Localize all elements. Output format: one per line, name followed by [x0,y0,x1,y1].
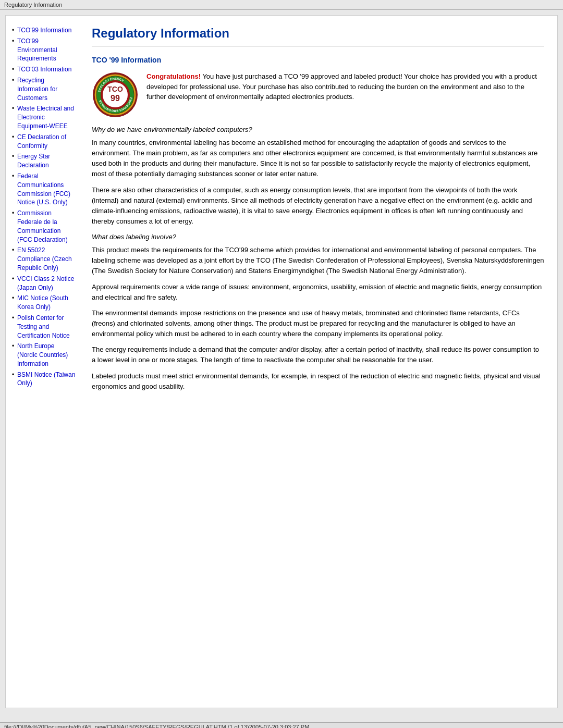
tco-intro-text: Congratulations! You have just purchased… [146,71,544,118]
sidebar-item-ce-declaration[interactable]: CE Declaration of Conformity [12,133,76,151]
paragraph4: Approval requirements cover a wide range… [92,282,544,303]
tco-intro-block: TCO 99 ECOLOGY ENERGY EMISSIONS ERGON [92,71,544,118]
sidebar-link-ce-declaration[interactable]: CE Declaration of Conformity [17,133,66,150]
paragraph7: Labeled products must meet strict enviro… [92,371,544,392]
sidebar-item-recycling[interactable]: Recycling Information for Customers [12,76,76,102]
sidebar-item-tco03-info[interactable]: TCO'03 Information [12,65,76,74]
sidebar-item-vcci[interactable]: VCCI Class 2 Notice (Japan Only) [12,275,76,292]
sidebar-link-tco99-env[interactable]: TCO'99 Environmental Requirements [17,38,57,63]
sidebar-link-fcc-declaration[interactable]: Commission Federale de la Communication … [17,209,68,243]
heading2: What does labeling involve? [92,233,544,241]
sidebar-link-fcc-notice[interactable]: Federal Communications Commission (FCC) … [17,172,70,206]
sidebar-nav: TCO'99 InformationTCO'99 Environmental R… [12,26,76,388]
sidebar-link-energy-star[interactable]: Energy Star Declaration [17,153,50,169]
heading1: Why do we have environmentally labeled c… [92,126,544,133]
sidebar-link-tco03-info[interactable]: TCO'03 Information [17,66,71,73]
paragraph5: The environmental demands impose restric… [92,308,544,339]
sidebar-link-vcci[interactable]: VCCI Class 2 Notice (Japan Only) [17,275,74,291]
browser-title-bar: Regulatory Information [0,0,563,10]
sidebar-item-tco99-info[interactable]: TCO'99 Information [12,26,76,35]
intro-text: You have just purchased a TCO '99 approv… [146,72,537,101]
paragraph3: This product meets the requirements for … [92,245,544,276]
sidebar-link-bsmi-notice[interactable]: BSMI Notice (Taiwan Only) [17,371,75,387]
status-bar: file:///D|/My%20Documents/dfu/A5_new/CHI… [0,722,563,728]
tco-logo: TCO 99 ECOLOGY ENERGY EMISSIONS ERGON [92,71,139,118]
sidebar-link-polish-center[interactable]: Polish Center for Testing and Certificat… [17,314,70,339]
sidebar-item-en55022[interactable]: EN 55022 Compliance (Czech Republic Only… [12,246,76,272]
sidebar-link-tco99-info[interactable]: TCO'99 Information [17,27,71,34]
congrats-label: Congratulations! [146,72,201,80]
sidebar-item-polish-center[interactable]: Polish Center for Testing and Certificat… [12,314,76,340]
sidebar-item-tco99-env[interactable]: TCO'99 Environmental Requirements [12,37,76,63]
sidebar-link-mic-notice[interactable]: MIC Notice (South Korea Only) [17,294,68,311]
status-url: file:///D|/My%20Documents/dfu/A5_new/CHI… [4,724,309,728]
sidebar-item-north-europe[interactable]: North Europe (Nordic Countries) Informat… [12,342,76,368]
sidebar-item-weee[interactable]: Waste Electrical and Electronic Equipmen… [12,104,76,130]
sidebar-item-energy-star[interactable]: Energy Star Declaration [12,152,76,170]
sidebar-link-north-europe[interactable]: North Europe (Nordic Countries) Informat… [17,342,68,367]
page-content: TCO'99 InformationTCO'99 Environmental R… [5,15,558,708]
svg-text:TCO: TCO [107,85,123,93]
sidebar-link-en55022[interactable]: EN 55022 Compliance (Czech Republic Only… [17,246,72,272]
sidebar-item-fcc-declaration[interactable]: Commission Federale de la Communication … [12,209,76,244]
sidebar-item-bsmi-notice[interactable]: BSMI Notice (Taiwan Only) [12,371,76,388]
main-content: Regulatory Information TCO '99 Informati… [81,16,557,708]
sidebar-link-weee[interactable]: Waste Electrical and Electronic Equipmen… [17,105,74,130]
sidebar: TCO'99 InformationTCO'99 Environmental R… [6,16,81,708]
paragraph1: In many countries, environmental labelin… [92,138,544,180]
paragraph6: The energy requirements include a demand… [92,344,544,365]
section1-title: TCO '99 Information [92,56,544,64]
page-title-tab: Regulatory Information [4,2,62,8]
title-divider [92,46,544,46]
svg-text:99: 99 [111,94,120,103]
sidebar-item-fcc-notice[interactable]: Federal Communications Commission (FCC) … [12,172,76,207]
sidebar-link-recycling[interactable]: Recycling Information for Customers [17,77,57,102]
sidebar-item-mic-notice[interactable]: MIC Notice (South Korea Only) [12,294,76,312]
paragraph2: There are also other characteristics of … [92,185,544,227]
page-wrapper: TCO'99 InformationTCO'99 Environmental R… [0,10,563,722]
page-main-title: Regulatory Information [92,26,544,41]
